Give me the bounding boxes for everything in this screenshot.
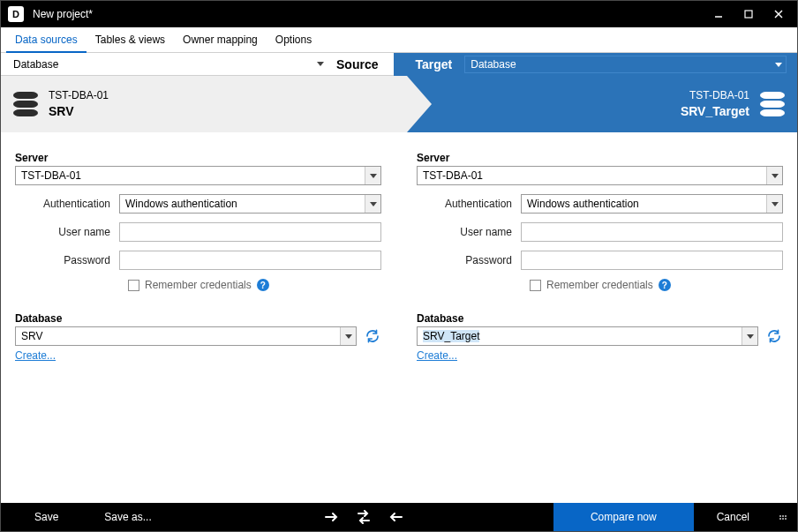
maximize-button[interactable] [734,1,764,27]
source-heading: Source [327,53,394,76]
auth-label: Authentication [15,198,119,210]
source-type-dropdown[interactable]: Database [11,55,327,74]
chevron-down-icon[interactable] [766,195,782,213]
target-database-combo[interactable]: SRV_Target [417,326,758,346]
chevron-down-icon[interactable] [742,327,757,345]
source-auth-value: Windows authentication [120,198,365,210]
target-database-label: SRV_Target [681,103,749,119]
source-database-value: SRV [16,330,340,342]
tab-bar: Data sources Tables & views Owner mappin… [1,27,797,53]
target-auth-combo[interactable]: Windows authentication [521,194,783,214]
app-icon: D [8,6,24,22]
minimize-button[interactable] [704,1,734,27]
database-label: Database [15,312,381,325]
target-type-dropdown[interactable]: Database [464,56,787,73]
help-icon[interactable]: ? [257,279,269,291]
titlebar: D New project* [1,1,797,27]
target-heading: Target [394,53,464,76]
main-panel: Server TST-DBA-01 Authentication Windows… [1,132,797,503]
target-username-input[interactable] [521,222,783,242]
source-server-combo[interactable]: TST-DBA-01 [15,166,381,185]
target-server-combo[interactable]: TST-DBA-01 [417,166,783,185]
source-password-input[interactable] [119,251,381,270]
auth-label: Authentication [417,198,521,210]
source-database-combo[interactable]: SRV [15,326,357,346]
target-remember-checkbox[interactable] [530,280,541,291]
footer-bar: Save Save as... Compare now Cancel [1,503,797,531]
window-title: New project* [33,8,704,20]
target-password-input[interactable] [521,251,783,270]
database-icon [13,92,38,116]
tab-owner-mapping[interactable]: Owner mapping [174,27,267,52]
username-label: User name [15,226,119,238]
tab-tables-views[interactable]: Tables & views [87,27,174,52]
database-label: Database [417,312,783,325]
source-remember-checkbox[interactable] [128,280,139,291]
svg-rect-1 [745,11,752,18]
target-type-value: Database [471,58,516,71]
target-column: Server TST-DBA-01 Authentication Windows… [417,152,783,494]
server-label: Server [15,152,381,164]
source-server-label: TST-DBA-01 [49,89,109,103]
target-auth-value: Windows authentication [522,198,766,210]
password-label: Password [417,254,521,266]
swap-icon[interactable] [348,503,380,531]
type-selector-row: Database Source Target Database [1,53,797,76]
chevron-down-icon[interactable] [766,167,782,184]
next-arrow-icon[interactable] [316,503,348,531]
chevron-down-icon[interactable] [365,195,380,213]
source-column: Server TST-DBA-01 Authentication Windows… [15,152,381,494]
source-target-banner: TST-DBA-01 SRV TST-DBA-01 SRV_Target [1,76,797,132]
cancel-button[interactable]: Cancel [694,503,772,531]
chevron-down-icon [317,62,324,66]
source-type-value: Database [13,58,58,71]
target-server-value: TST-DBA-01 [418,169,766,182]
password-label: Password [15,254,119,266]
source-database-label: SRV [49,103,109,119]
source-username-input[interactable] [119,222,381,242]
source-auth-combo[interactable]: Windows authentication [119,194,381,214]
help-icon[interactable]: ? [659,279,671,291]
username-label: User name [417,226,521,238]
target-server-label: TST-DBA-01 [681,89,749,103]
tab-options[interactable]: Options [267,27,320,52]
save-button[interactable]: Save [11,503,81,531]
refresh-icon[interactable] [765,327,783,345]
target-create-link[interactable]: Create... [417,349,457,362]
database-icon [760,92,785,116]
target-database-value: SRV_Target [418,330,742,342]
compare-button[interactable]: Compare now [553,503,694,531]
chevron-down-icon [775,63,782,67]
remember-label: Remember credentials [546,279,653,291]
source-server-value: TST-DBA-01 [16,169,365,182]
refresh-icon[interactable] [364,327,381,345]
server-label: Server [417,152,783,164]
source-create-link[interactable]: Create... [15,349,56,362]
prev-arrow-icon[interactable] [380,503,411,531]
save-as-button[interactable]: Save as... [81,503,174,531]
close-button[interactable] [764,1,794,27]
resize-grip-icon[interactable] [779,515,787,520]
remember-label: Remember credentials [145,279,252,291]
chevron-down-icon[interactable] [365,167,380,184]
tab-data-sources[interactable]: Data sources [6,27,87,53]
chevron-down-icon[interactable] [340,327,356,345]
